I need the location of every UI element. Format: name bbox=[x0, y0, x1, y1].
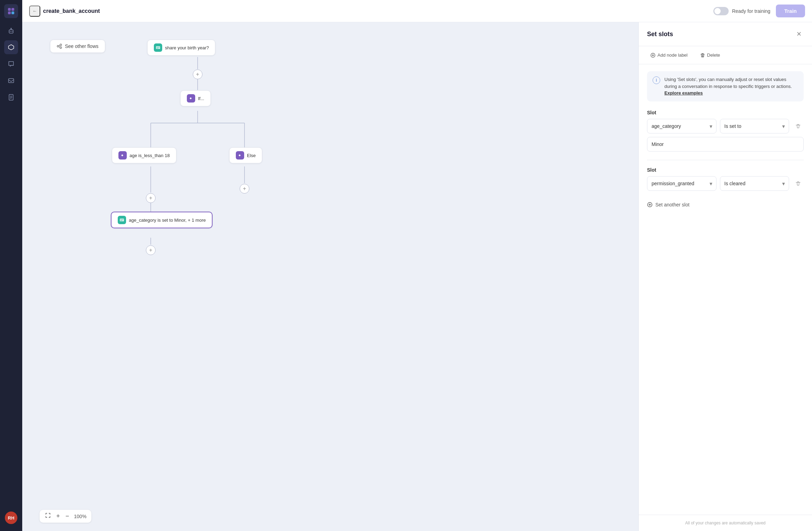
fullscreen-button[interactable] bbox=[44, 513, 51, 520]
topbar-right: Ready for training Train bbox=[713, 5, 805, 17]
slot-divider bbox=[647, 160, 804, 160]
right-panel: Set slots ✕ Add node label Delete i bbox=[638, 22, 812, 531]
explore-examples-link[interactable]: Explore examples bbox=[664, 90, 703, 96]
set-another-slot-label: Set another slot bbox=[655, 202, 689, 207]
sidebar-item-flows[interactable] bbox=[4, 40, 18, 54]
age-condition-node[interactable]: age is_less_than 18 bbox=[112, 147, 176, 163]
info-box: i Using 'Set slots', you can manually ad… bbox=[647, 71, 804, 101]
slot-2-name-select[interactable]: age_category permission_granted birth_ye… bbox=[647, 176, 716, 191]
add-node-3[interactable]: + bbox=[240, 184, 249, 194]
main-container: ← create_bank_account Ready for training… bbox=[22, 0, 812, 531]
node-icon-setslots bbox=[118, 216, 126, 224]
svg-point-13 bbox=[60, 47, 62, 49]
if-node-label: If... bbox=[198, 96, 204, 101]
svg-rect-1 bbox=[11, 8, 14, 11]
else-node[interactable]: Else bbox=[229, 147, 262, 163]
slot-1-label: Slot bbox=[647, 110, 804, 115]
panel-content: i Using 'Set slots', you can manually ad… bbox=[639, 64, 812, 515]
slot-2-section: Slot age_category permission_granted bir… bbox=[647, 167, 804, 191]
svg-rect-0 bbox=[8, 8, 11, 11]
svg-point-11 bbox=[57, 46, 59, 47]
svg-point-7 bbox=[11, 28, 12, 29]
delete-label-text: Delete bbox=[707, 52, 720, 58]
share-birth-year-node[interactable]: share your birth year? bbox=[147, 40, 215, 56]
svg-rect-4 bbox=[9, 30, 13, 33]
avatar[interactable]: RH bbox=[5, 512, 17, 524]
svg-rect-9 bbox=[9, 79, 14, 83]
zoom-level: 100% bbox=[74, 514, 86, 519]
back-button[interactable]: ← bbox=[29, 6, 40, 17]
svg-rect-3 bbox=[11, 11, 14, 14]
slot-1-condition-wrapper: Is set to Is cleared bbox=[720, 119, 789, 133]
ready-toggle-area: Ready for training bbox=[713, 7, 771, 15]
topbar: ← create_bank_account Ready for training… bbox=[22, 0, 812, 22]
panel-title: Set slots bbox=[647, 31, 673, 38]
age-condition-label: age is_less_than 18 bbox=[130, 153, 170, 158]
slot-1-section: Slot age_category permission_granted bir… bbox=[647, 110, 804, 152]
svg-point-5 bbox=[10, 31, 11, 32]
sidebar-logo bbox=[4, 4, 18, 18]
node-icon-else bbox=[236, 151, 244, 160]
page-title: create_bank_account bbox=[43, 8, 100, 14]
add-node-label-text: Add node label bbox=[657, 52, 688, 58]
add-node-1[interactable]: + bbox=[193, 70, 202, 79]
sidebar: RH bbox=[0, 0, 22, 531]
set-slots-node[interactable]: age_category is set to Minor, + 1 more bbox=[111, 212, 213, 228]
zoom-out-button[interactable]: − bbox=[65, 513, 70, 520]
content-area: See other flows bbox=[22, 22, 812, 531]
panel-footer: All of your changes are automatically sa… bbox=[639, 515, 812, 531]
zoom-in-button[interactable]: + bbox=[56, 513, 61, 520]
add-node-2[interactable]: + bbox=[146, 193, 156, 203]
see-other-flows-button[interactable]: See other flows bbox=[50, 40, 105, 53]
slot-2-condition-select[interactable]: Is set to Is cleared bbox=[720, 176, 789, 191]
see-other-flows-label: See other flows bbox=[65, 43, 99, 49]
node-icon-teal bbox=[154, 43, 162, 52]
canvas[interactable]: See other flows bbox=[22, 22, 638, 531]
slot-1-value-input[interactable] bbox=[647, 137, 804, 152]
svg-rect-25 bbox=[120, 219, 124, 221]
node-icon-age bbox=[118, 151, 127, 160]
info-text: Using 'Set slots', you can manually adju… bbox=[664, 76, 798, 97]
slot-1-row: age_category permission_granted birth_ye… bbox=[647, 119, 804, 133]
ready-toggle[interactable] bbox=[713, 7, 729, 15]
share-birth-year-label: share your birth year? bbox=[165, 45, 209, 50]
sidebar-item-inbox[interactable] bbox=[4, 74, 18, 88]
flow-connectors bbox=[22, 22, 638, 531]
svg-rect-24 bbox=[156, 46, 160, 49]
sidebar-item-chat[interactable] bbox=[4, 57, 18, 71]
ready-label: Ready for training bbox=[732, 8, 771, 14]
slot-1-condition-select[interactable]: Is set to Is cleared bbox=[720, 119, 789, 133]
node-icon-if bbox=[187, 94, 195, 103]
set-another-slot-button[interactable]: Set another slot bbox=[647, 199, 689, 210]
slot-2-name-wrapper: age_category permission_granted birth_ye… bbox=[647, 176, 716, 191]
panel-close-button[interactable]: ✕ bbox=[794, 29, 804, 39]
slot-2-label: Slot bbox=[647, 167, 804, 173]
footer-text: All of your changes are automatically sa… bbox=[685, 521, 765, 525]
train-button[interactable]: Train bbox=[776, 5, 805, 17]
if-node[interactable]: If... bbox=[180, 90, 211, 106]
set-slots-label: age_category is set to Minor, + 1 more bbox=[129, 218, 206, 223]
slot-2-condition-wrapper: Is set to Is cleared bbox=[720, 176, 789, 191]
sidebar-item-bot[interactable] bbox=[4, 24, 18, 38]
info-icon: i bbox=[653, 76, 660, 84]
svg-rect-2 bbox=[8, 11, 11, 14]
panel-header: Set slots ✕ bbox=[639, 22, 812, 46]
svg-point-12 bbox=[60, 44, 62, 46]
slot-2-delete-button[interactable] bbox=[793, 178, 804, 189]
slot-2-row: age_category permission_granted birth_ye… bbox=[647, 176, 804, 191]
svg-point-6 bbox=[11, 31, 13, 32]
canvas-controls: + − 100% bbox=[40, 510, 91, 523]
slot-1-delete-button[interactable] bbox=[793, 121, 804, 132]
sidebar-item-docs[interactable] bbox=[4, 90, 18, 104]
slot-1-name-select[interactable]: age_category permission_granted birth_ye… bbox=[647, 119, 716, 133]
add-node-4[interactable]: + bbox=[146, 245, 156, 255]
panel-actions: Add node label Delete bbox=[639, 46, 812, 64]
delete-node-button[interactable]: Delete bbox=[697, 50, 724, 60]
svg-marker-8 bbox=[9, 45, 14, 50]
add-node-label-button[interactable]: Add node label bbox=[647, 50, 691, 60]
slot-1-name-wrapper: age_category permission_granted birth_ye… bbox=[647, 119, 716, 133]
else-node-label: Else bbox=[247, 153, 256, 158]
